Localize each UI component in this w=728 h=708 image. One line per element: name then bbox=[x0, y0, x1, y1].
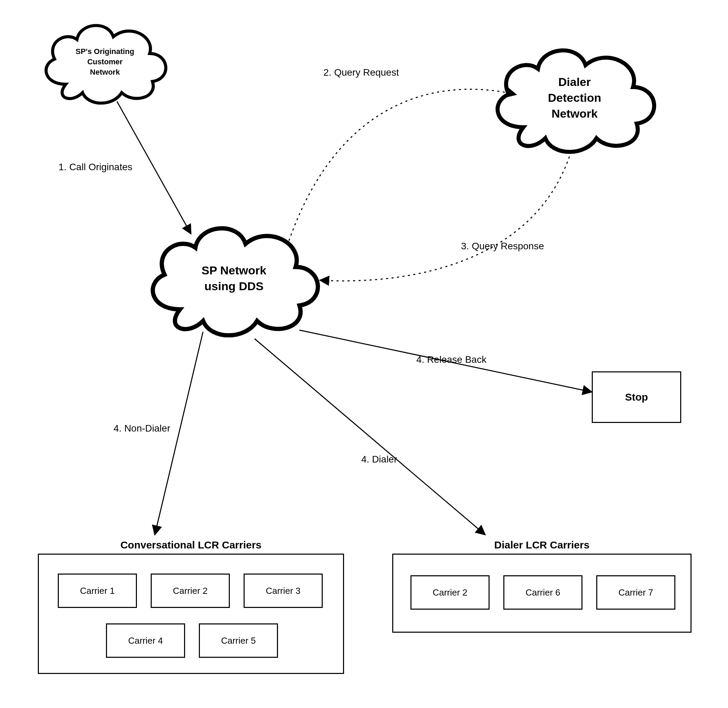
conv-carrier-2: Carrier 2 bbox=[151, 573, 230, 608]
conversational-title: Conversational LCR Carriers bbox=[39, 539, 343, 551]
label-step4-nondialer: 4. Non-Dialer bbox=[113, 423, 170, 434]
sp-network-line1: SP Network bbox=[202, 263, 266, 279]
customer-cloud-line1: SP's Originating bbox=[76, 46, 134, 57]
customer-cloud-line3: Network bbox=[90, 67, 120, 77]
dialer-title: Dialer LCR Carriers bbox=[393, 539, 690, 551]
conv-carrier-1: Carrier 1 bbox=[58, 573, 137, 608]
customer-cloud: SP's Originating Customer Network bbox=[34, 17, 176, 107]
dialer-detection-line3: Network bbox=[552, 106, 597, 122]
dialer-detection-cloud: Dialer Detection Network bbox=[478, 39, 671, 157]
dialer-group: Dialer LCR Carriers Carrier 2 Carrier 6 … bbox=[392, 554, 692, 633]
dialer-carrier-1: Carrier 2 bbox=[410, 575, 490, 610]
conv-carrier-5: Carrier 5 bbox=[199, 624, 278, 658]
customer-cloud-line2: Customer bbox=[87, 57, 123, 67]
diagram-canvas: SP's Originating Customer Network Dialer… bbox=[0, 0, 728, 708]
conv-carrier-4: Carrier 4 bbox=[106, 624, 185, 658]
svg-line-2 bbox=[254, 339, 485, 535]
dialer-detection-line2: Detection bbox=[548, 90, 602, 106]
sp-network-line2: using DDS bbox=[204, 279, 263, 295]
dialer-carrier-3: Carrier 7 bbox=[596, 575, 675, 610]
dialer-detection-line1: Dialer bbox=[558, 74, 591, 90]
conversational-group: Conversational LCR Carriers Carrier 1 Ca… bbox=[38, 554, 344, 674]
label-step4-dialer: 4. Dialer bbox=[361, 454, 397, 465]
label-step2: 2. Query Request bbox=[323, 67, 399, 78]
label-step3: 3. Query Response bbox=[461, 241, 544, 252]
sp-network-cloud: SP Network using DDS bbox=[138, 217, 330, 340]
stop-label: Stop bbox=[625, 391, 648, 403]
label-step4-release: 4. Release Back bbox=[416, 354, 487, 365]
stop-box: Stop bbox=[592, 371, 681, 423]
conv-carrier-3: Carrier 3 bbox=[244, 573, 323, 608]
dialer-carrier-2: Carrier 6 bbox=[503, 575, 583, 610]
label-step1: 1. Call Originates bbox=[58, 162, 132, 173]
